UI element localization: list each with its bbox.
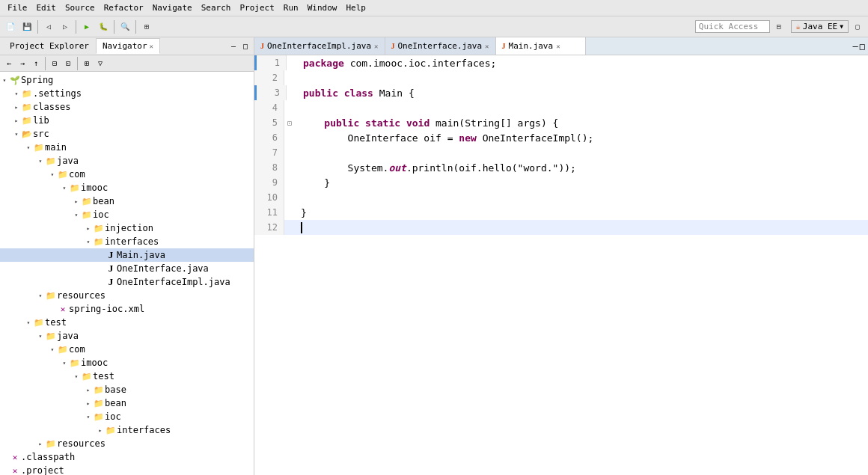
- tree-item[interactable]: ▸📁interfaces: [0, 423, 254, 437]
- tree-item[interactable]: ▸📁lib: [0, 114, 254, 127]
- tree-arrow[interactable]: ▸: [96, 427, 105, 434]
- editor-tab-OneInterfaceImpl-java[interactable]: JOneInterfaceImpl.java✕: [254, 37, 385, 55]
- editor-ctrl-btn-minimize[interactable]: —: [853, 41, 858, 52]
- tree-item[interactable]: ▾📁java: [0, 329, 254, 343]
- tree-arrow[interactable]: ▾: [24, 319, 33, 326]
- tree-item[interactable]: ▾🌱Spring: [0, 73, 254, 87]
- tree-item[interactable]: ▾📁test: [0, 370, 254, 383]
- tree-item[interactable]: ▾📁java: [0, 154, 254, 168]
- tree-item[interactable]: ✕.classpath: [0, 450, 254, 464]
- menu-item-source[interactable]: Source: [61, 1, 100, 14]
- tab-navigator[interactable]: Navigator ✕: [96, 38, 160, 54]
- toolbar-btn-maximize[interactable]: ▢: [850, 19, 865, 34]
- tree-item[interactable]: ✕.project: [0, 464, 254, 475]
- tree-item[interactable]: ▸📁injection: [0, 221, 254, 235]
- toolbar-btn-save[interactable]: 💾: [19, 19, 34, 34]
- tree-item[interactable]: ▾📁com: [0, 168, 254, 181]
- tree-arrow[interactable]: ▸: [12, 117, 21, 124]
- tree-item[interactable]: ▾📁main: [0, 141, 254, 154]
- toolbar-btn-debug[interactable]: 🐛: [96, 19, 111, 34]
- nav-up-btn[interactable]: ↑: [30, 58, 42, 70]
- menu-item-refactor[interactable]: Refactor: [100, 1, 148, 14]
- tree-arrow[interactable]: ▾: [48, 346, 57, 353]
- editor-tab-close[interactable]: ✕: [374, 43, 378, 50]
- tree-arrow[interactable]: ▾: [72, 373, 81, 380]
- nav-back-btn[interactable]: ←: [3, 58, 15, 70]
- editor-ctrl-btn-maximize[interactable]: □: [860, 41, 865, 52]
- tree-item[interactable]: ▸📁classes: [0, 100, 254, 114]
- menu-item-edit[interactable]: Edit: [32, 1, 61, 14]
- tree-arrow[interactable]: ▾: [36, 333, 45, 340]
- tree-item[interactable]: ✕spring-ioc.xml: [0, 302, 254, 316]
- tree-item[interactable]: ▸📁bean: [0, 396, 254, 410]
- panel-maximize-btn[interactable]: □: [240, 41, 251, 52]
- tree-arrow[interactable]: ▸: [72, 198, 81, 205]
- tree-arrow[interactable]: ▾: [48, 171, 57, 178]
- editor-tab-close[interactable]: ✕: [556, 43, 560, 50]
- tab-navigator-close[interactable]: ✕: [150, 43, 153, 50]
- tree-label: .classpath: [21, 452, 75, 462]
- tree-icon-project: 🌱: [9, 76, 21, 85]
- tab-project-explorer[interactable]: Project Explorer: [3, 38, 96, 54]
- nav-paste-btn[interactable]: ⊡: [62, 58, 74, 70]
- tree-item[interactable]: ▸📁bean: [0, 194, 254, 208]
- menu-item-file[interactable]: File: [3, 1, 32, 14]
- editor-tab-Main-java[interactable]: JMain.java✕: [496, 37, 586, 55]
- tree-arrow[interactable]: ▾: [24, 144, 33, 151]
- tree-item[interactable]: JOneInterface.java: [0, 262, 254, 275]
- editor-tab-OneInterface-java[interactable]: JOneInterface.java✕: [385, 37, 496, 55]
- editor-tab-close[interactable]: ✕: [485, 43, 489, 50]
- java-ee-button[interactable]: ☕ Java EE ▼: [791, 20, 849, 33]
- menu-item-window[interactable]: Window: [303, 1, 342, 14]
- tree-arrow[interactable]: ▸: [36, 441, 45, 447]
- tree-arrow[interactable]: ▸: [12, 104, 21, 111]
- tree-item[interactable]: ▾📁ioc: [0, 410, 254, 423]
- tree-arrow[interactable]: ▸: [84, 225, 93, 232]
- tree-arrow[interactable]: ▸: [84, 400, 93, 407]
- tree-arrow[interactable]: ▾: [36, 292, 45, 299]
- tree-item[interactable]: ▾📁test: [0, 316, 254, 329]
- menu-item-project[interactable]: Project: [235, 1, 278, 14]
- tree-arrow[interactable]: ▾: [72, 212, 81, 218]
- code-area[interactable]: 1package com.imooc.ioc.interfaces;23publ…: [254, 55, 868, 475]
- tree-arrow[interactable]: ▾: [36, 158, 45, 165]
- toolbar-btn-back[interactable]: ◁: [41, 19, 56, 34]
- tree-arrow[interactable]: ▾: [60, 185, 69, 191]
- tree-item[interactable]: ▾📁imooc: [0, 356, 254, 370]
- menu-item-run[interactable]: Run: [279, 1, 303, 14]
- nav-forward-btn[interactable]: →: [16, 58, 28, 70]
- toolbar-btn-search[interactable]: 🔍: [117, 19, 132, 34]
- menu-item-navigate[interactable]: Navigate: [148, 1, 197, 14]
- tree-item[interactable]: ▾📁.settings: [0, 87, 254, 100]
- tree-item[interactable]: ▾📁com: [0, 343, 254, 356]
- toolbar-btn-run[interactable]: ▶: [79, 19, 94, 34]
- nav-link-btn[interactable]: ⊞: [81, 58, 93, 70]
- tree-item[interactable]: ▾📂src: [0, 127, 254, 141]
- tree-arrow[interactable]: ▸: [84, 387, 93, 393]
- tree-arrow[interactable]: ▾: [84, 414, 93, 420]
- tree-arrow[interactable]: ▾: [60, 360, 69, 367]
- menu-item-help[interactable]: Help: [341, 1, 370, 14]
- tree-arrow[interactable]: ▾: [12, 131, 21, 138]
- tree-item[interactable]: JMain.java: [0, 248, 254, 262]
- line-content: [295, 220, 868, 235]
- tree-item[interactable]: ▾📁interfaces: [0, 235, 254, 248]
- tree-item[interactable]: ▸📁resources: [0, 437, 254, 450]
- tree-item[interactable]: ▾📁resources: [0, 289, 254, 302]
- nav-copy-btn[interactable]: ⊟: [49, 58, 61, 70]
- toolbar-btn-new[interactable]: 📄: [3, 19, 18, 34]
- toolbar-btn-forward[interactable]: ▷: [58, 19, 73, 34]
- tree-item[interactable]: ▸📁base: [0, 383, 254, 396]
- toolbar-btn-perspective-switch[interactable]: ⊟: [771, 19, 786, 34]
- tree-item[interactable]: ▾📁imooc: [0, 181, 254, 194]
- tree-arrow[interactable]: ▾: [12, 91, 21, 97]
- tree-item[interactable]: JOneInterfaceImpl.java: [0, 275, 254, 289]
- nav-dropdown-btn[interactable]: ▽: [94, 58, 106, 70]
- tree-arrow[interactable]: ▾: [84, 239, 93, 245]
- tree-item[interactable]: ▾📁ioc: [0, 208, 254, 221]
- toolbar-btn-perspective[interactable]: ⊞: [139, 19, 154, 34]
- panel-minimize-btn[interactable]: —: [228, 41, 239, 52]
- menu-item-search[interactable]: Search: [197, 1, 236, 14]
- tree-arrow[interactable]: ▾: [0, 77, 9, 84]
- quick-access-input[interactable]: Quick Access: [695, 20, 770, 33]
